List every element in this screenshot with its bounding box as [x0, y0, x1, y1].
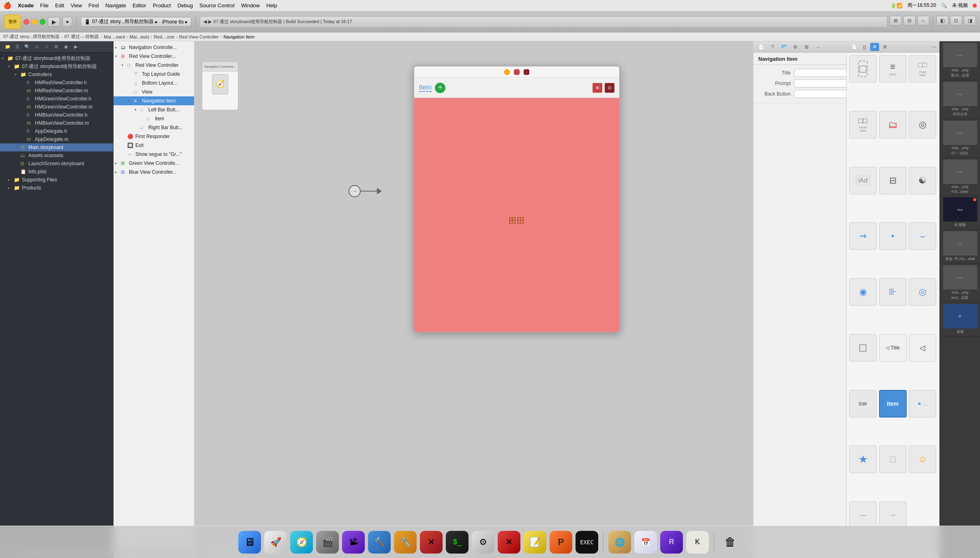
navigator-symbol-icon[interactable]: ☰	[13, 43, 22, 51]
breadcrumb-item-3[interactable]: Mai....oard	[104, 34, 125, 39]
outline-item[interactable]: ▾ □ Item	[113, 114, 194, 123]
dock-notes[interactable]: 📝	[524, 531, 546, 554]
editor-standard-button[interactable]: ⊞	[890, 16, 902, 26]
outline-red-vc-inner[interactable]: ▾ □ Red View Controller	[113, 61, 194, 70]
menu-window[interactable]: Window	[241, 2, 260, 9]
navigator-breakpoint-icon[interactable]: ◉	[62, 43, 71, 51]
menu-editor[interactable]: Editor	[133, 2, 146, 9]
object-item-table-vc[interactable]: ≡ lorem	[879, 55, 907, 83]
breadcrumb-left-arrow[interactable]: ◀	[203, 19, 207, 24]
tree-file-7[interactable]: ▾ h AppDelegate.h	[0, 127, 113, 135]
tree-file-5[interactable]: ▾ h HMBlueViewController.h	[0, 111, 113, 119]
object-item-arrow-right[interactable]: →	[879, 501, 907, 529]
outline-top-layout[interactable]: ▾ ⊤ Top Layout Guide	[113, 70, 194, 79]
run-button[interactable]: ▶	[48, 17, 60, 27]
stop-button[interactable]: ■	[62, 17, 72, 27]
outline-bottom-layout[interactable]: ▾ ⊥ Bottom Layout...	[113, 79, 194, 87]
view-navigator-button[interactable]: ◧	[936, 16, 948, 26]
attributes-inspector-tab[interactable]: ⚙	[791, 43, 800, 51]
object-library-more-button[interactable]: ⋯	[931, 44, 936, 50]
tree-supporting-files[interactable]: ▸ 📁 Supporting Files	[0, 176, 113, 184]
tree-xcassets[interactable]: ▾ 🗂 Assets.xcassets	[0, 151, 113, 160]
outline-red-vc[interactable]: ▾ ⊞ Red View Controller...	[113, 52, 194, 61]
outline-exit[interactable]: ▾ 🔲 Exit	[113, 141, 194, 150]
tree-file-8[interactable]: ▾ m AppDelegate.m	[0, 135, 113, 143]
object-item-view2[interactable]: □□ VisualView	[849, 111, 877, 138]
dock-finder[interactable]: 🖥	[238, 531, 261, 554]
navigator-find-icon[interactable]: 🔍	[23, 43, 32, 51]
navigator-file-icon[interactable]: 📁	[3, 43, 12, 51]
object-library-tab-objects[interactable]: ⚙	[870, 43, 879, 51]
iphone-preview[interactable]: Item + ⊞ ⊡	[413, 66, 620, 333]
menu-file[interactable]: File	[40, 2, 49, 9]
editor-assistant-button[interactable]: ⊟	[903, 16, 916, 26]
object-item-blank-square[interactable]: □	[849, 334, 877, 362]
maximize-button[interactable]	[40, 19, 45, 25]
outline-first-responder[interactable]: ▾ 🔴 First Responder	[113, 132, 194, 141]
tree-file-6[interactable]: ▾ m HMBlueViewController.m	[0, 119, 113, 127]
view-debug-button[interactable]: ⊡	[950, 16, 962, 26]
thumb-item-4[interactable]: snip snip....png KSI...aster	[940, 158, 980, 196]
editor-version-button[interactable]: ↔	[917, 16, 929, 26]
menu-help[interactable]: Help	[266, 2, 277, 9]
tree-file-1[interactable]: ▾ h HMRedViewController.h	[0, 79, 113, 87]
navigator-debug-icon[interactable]: ⚙	[52, 43, 61, 51]
dock-safari[interactable]: 🧭	[290, 531, 313, 554]
tree-products[interactable]: ▸ 📁 Products	[0, 184, 113, 192]
thumb-item-2[interactable]: snip snip....png 车丹分享	[940, 80, 980, 119]
object-item-dot[interactable]: •	[879, 222, 907, 250]
close-button[interactable]	[24, 19, 29, 25]
tree-file-3[interactable]: ▾ h HMGreenViewController.h	[0, 95, 113, 103]
quick-help-tab[interactable]: ?	[768, 43, 777, 51]
object-item-smiley[interactable]: ☺	[909, 445, 936, 473]
dock-terminal[interactable]: $_	[446, 531, 469, 554]
tree-root-group[interactable]: ▾ 📁 07-通过 storyboard使用导航控制器	[0, 54, 113, 62]
object-item-container-view[interactable]: □	[849, 55, 877, 83]
dock-preferences[interactable]: ⚙	[472, 531, 494, 554]
menu-xcode[interactable]: Xcode	[18, 2, 34, 9]
dock-trash[interactable]: 🗑	[719, 531, 742, 554]
scheme-selector[interactable]: 📱 07-通过 story...用导航控制器 ▸ | iPhone 6s ▸	[81, 17, 191, 27]
object-item-radio[interactable]: ◉	[849, 278, 877, 306]
view-utilities-button[interactable]: ◨	[964, 16, 976, 26]
object-item-circle-view[interactable]: ◎	[909, 111, 936, 138]
thumb-item-8[interactable]: 🖥 桌面	[940, 302, 980, 337]
connections-inspector-tab[interactable]: →	[813, 43, 822, 51]
outline-segue[interactable]: ▾ → Show segue to "Gr..."	[113, 150, 194, 159]
object-item-layer[interactable]: ⊟	[879, 167, 907, 194]
navigator-issue-icon[interactable]: ⚠	[32, 43, 41, 51]
outline-blue-vc[interactable]: ▸ ⊞ Blue View Controller...	[113, 168, 194, 177]
menu-edit[interactable]: Edit	[55, 2, 64, 9]
object-item-iAd[interactable]: iAd	[849, 167, 877, 194]
object-library-tab-file[interactable]: 📄	[850, 43, 859, 51]
dock-mindnode[interactable]: ✕	[498, 531, 520, 554]
navigator-test-icon[interactable]: ✓	[42, 43, 51, 51]
dock-browser[interactable]: 🌐	[608, 531, 631, 554]
thumb-item-3[interactable]: snip snip....png 07-···(优化	[940, 119, 980, 158]
tree-storyboard-main[interactable]: ▾ ⊟ Main.storyboard	[0, 143, 113, 151]
dock-calendar[interactable]: 📅	[634, 531, 657, 554]
menu-product[interactable]: Product	[153, 2, 171, 9]
menu-view[interactable]: View	[71, 2, 82, 9]
breadcrumb-item-7[interactable]: Navigation Item	[223, 34, 254, 39]
dock-finger[interactable]: ✕	[420, 531, 443, 554]
object-item-title-navbtn[interactable]: ◁ Title	[879, 334, 907, 362]
breadcrumb-item-1[interactable]: 07-通过 story...用导航控制器	[3, 34, 60, 40]
object-item-empty-rect[interactable]: □	[879, 445, 907, 473]
tree-file-2[interactable]: ▾ m HMRedViewController.m	[0, 87, 113, 95]
menu-source-control[interactable]: Source Control	[199, 2, 235, 9]
outline-nav-controller[interactable]: ▸ 🗂 Navigation Controlle...	[113, 43, 194, 52]
tree-controllers-group[interactable]: ▾ 📁 Controllers	[0, 70, 113, 79]
object-item-dots-line[interactable]: ·····	[849, 501, 877, 529]
minimize-button[interactable]	[32, 19, 37, 25]
object-library-tab-media[interactable]: ⊞	[880, 43, 889, 51]
thumb-item-1[interactable]: snip snip....png 第13...业报	[940, 41, 980, 80]
breadcrumb-item-6[interactable]: Red View Controller	[179, 34, 219, 39]
outline-nav-item[interactable]: ▾ ≡ Navigation Item	[113, 96, 194, 105]
nav-icon-1[interactable]: ⊞	[593, 83, 602, 93]
object-item-yinyang[interactable]: ☯	[909, 167, 936, 194]
nav-icon-2[interactable]: ⊡	[605, 83, 614, 93]
dock-mosaic[interactable]: 🎬	[316, 531, 339, 554]
object-item-bezier[interactable]: ⌣	[909, 222, 936, 250]
dock-pptx[interactable]: P	[550, 531, 572, 554]
